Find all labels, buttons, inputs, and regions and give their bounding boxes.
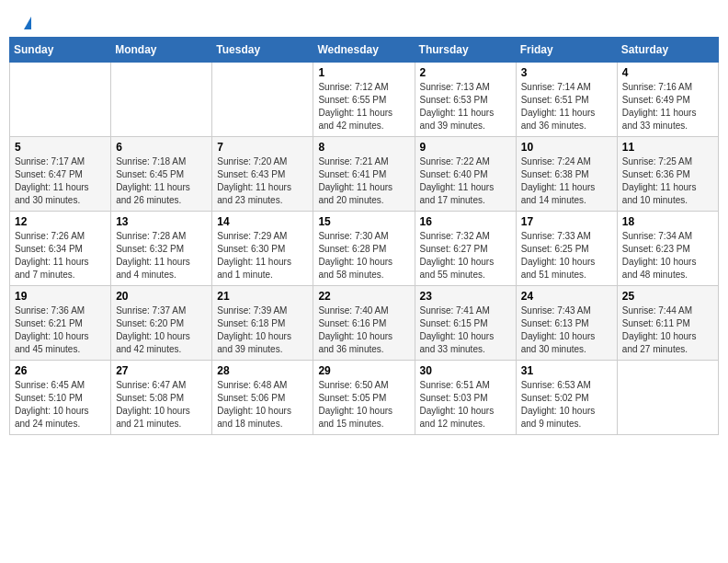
calendar-cell: 14Sunrise: 7:29 AM Sunset: 6:30 PM Dayli… [212,212,313,286]
calendar-cell: 19Sunrise: 7:36 AM Sunset: 6:21 PM Dayli… [10,286,111,361]
day-info: Sunrise: 7:44 AM Sunset: 6:11 PM Dayligh… [622,304,713,356]
day-number: 22 [318,290,409,303]
calendar-week-row: 26Sunrise: 6:45 AM Sunset: 5:10 PM Dayli… [10,361,719,435]
day-info: Sunrise: 7:37 AM Sunset: 6:20 PM Dayligh… [116,304,207,356]
day-number: 5 [15,141,106,154]
day-info: Sunrise: 7:25 AM Sunset: 6:36 PM Dayligh… [622,155,713,207]
calendar-week-row: 19Sunrise: 7:36 AM Sunset: 6:21 PM Dayli… [10,286,719,361]
day-number: 1 [318,66,409,79]
day-info: Sunrise: 7:12 AM Sunset: 6:55 PM Dayligh… [318,81,409,132]
calendar-week-row: 12Sunrise: 7:26 AM Sunset: 6:34 PM Dayli… [10,212,719,286]
calendar-cell: 8Sunrise: 7:21 AM Sunset: 6:41 PM Daylig… [313,137,415,212]
calendar-cell: 30Sunrise: 6:51 AM Sunset: 5:03 PM Dayli… [415,361,516,435]
calendar-cell [617,361,718,435]
day-number: 8 [318,141,409,154]
day-number: 15 [318,215,409,228]
day-number: 6 [116,141,207,154]
day-info: Sunrise: 7:24 AM Sunset: 6:38 PM Dayligh… [521,155,612,207]
day-number: 2 [420,66,511,79]
calendar-cell: 6Sunrise: 7:18 AM Sunset: 6:45 PM Daylig… [111,137,212,212]
logo [20,17,31,29]
day-number: 7 [217,141,308,154]
day-info: Sunrise: 7:33 AM Sunset: 6:25 PM Dayligh… [521,230,612,282]
calendar-cell: 5Sunrise: 7:17 AM Sunset: 6:47 PM Daylig… [10,137,111,212]
day-info: Sunrise: 7:16 AM Sunset: 6:49 PM Dayligh… [622,81,713,132]
calendar-cell: 12Sunrise: 7:26 AM Sunset: 6:34 PM Dayli… [10,212,111,286]
calendar-cell: 28Sunrise: 6:48 AM Sunset: 5:06 PM Dayli… [212,361,313,435]
day-info: Sunrise: 6:51 AM Sunset: 5:03 PM Dayligh… [420,379,511,431]
calendar-cell: 24Sunrise: 7:43 AM Sunset: 6:13 PM Dayli… [516,286,617,361]
calendar-cell: 29Sunrise: 6:50 AM Sunset: 5:05 PM Dayli… [313,361,415,435]
day-info: Sunrise: 7:17 AM Sunset: 6:47 PM Dayligh… [15,155,106,207]
day-header-sunday: Sunday [10,38,111,63]
calendar-cell: 4Sunrise: 7:16 AM Sunset: 6:49 PM Daylig… [617,63,718,137]
day-info: Sunrise: 6:48 AM Sunset: 5:06 PM Dayligh… [217,379,308,431]
day-number: 18 [622,215,713,228]
day-number: 17 [521,215,612,228]
calendar-table: SundayMondayTuesdayWednesdayThursdayFrid… [9,37,719,435]
day-info: Sunrise: 6:47 AM Sunset: 5:08 PM Dayligh… [116,379,207,431]
day-info: Sunrise: 7:30 AM Sunset: 6:28 PM Dayligh… [318,230,409,282]
day-info: Sunrise: 6:45 AM Sunset: 5:10 PM Dayligh… [15,379,106,431]
day-number: 19 [15,290,106,303]
calendar-cell: 7Sunrise: 7:20 AM Sunset: 6:43 PM Daylig… [212,137,313,212]
day-info: Sunrise: 7:40 AM Sunset: 6:16 PM Dayligh… [318,304,409,356]
day-header-wednesday: Wednesday [313,38,415,63]
calendar-cell: 16Sunrise: 7:32 AM Sunset: 6:27 PM Dayli… [415,212,516,286]
calendar-cell: 22Sunrise: 7:40 AM Sunset: 6:16 PM Dayli… [313,286,415,361]
day-info: Sunrise: 7:14 AM Sunset: 6:51 PM Dayligh… [521,81,612,132]
day-info: Sunrise: 7:41 AM Sunset: 6:15 PM Dayligh… [420,304,511,356]
calendar-cell: 20Sunrise: 7:37 AM Sunset: 6:20 PM Dayli… [111,286,212,361]
calendar-cell: 26Sunrise: 6:45 AM Sunset: 5:10 PM Dayli… [10,361,111,435]
day-number: 12 [15,215,106,228]
day-info: Sunrise: 7:36 AM Sunset: 6:21 PM Dayligh… [15,304,106,356]
day-info: Sunrise: 7:39 AM Sunset: 6:18 PM Dayligh… [217,304,308,356]
day-number: 21 [217,290,308,303]
day-number: 11 [622,141,713,154]
calendar-cell: 3Sunrise: 7:14 AM Sunset: 6:51 PM Daylig… [516,63,617,137]
calendar-cell: 13Sunrise: 7:28 AM Sunset: 6:32 PM Dayli… [111,212,212,286]
day-info: Sunrise: 7:34 AM Sunset: 6:23 PM Dayligh… [622,230,713,282]
day-number: 25 [622,290,713,303]
day-info: Sunrise: 7:28 AM Sunset: 6:32 PM Dayligh… [116,230,207,282]
day-info: Sunrise: 7:13 AM Sunset: 6:53 PM Dayligh… [420,81,511,132]
day-number: 27 [116,364,207,377]
logo-text [20,17,31,29]
day-header-thursday: Thursday [415,38,516,63]
calendar-cell [212,63,313,137]
calendar-cell: 2Sunrise: 7:13 AM Sunset: 6:53 PM Daylig… [415,63,516,137]
calendar-cell: 27Sunrise: 6:47 AM Sunset: 5:08 PM Dayli… [111,361,212,435]
day-info: Sunrise: 7:21 AM Sunset: 6:41 PM Dayligh… [318,155,409,207]
calendar-cell: 23Sunrise: 7:41 AM Sunset: 6:15 PM Dayli… [415,286,516,361]
day-number: 29 [318,364,409,377]
day-info: Sunrise: 6:50 AM Sunset: 5:05 PM Dayligh… [318,379,409,431]
calendar-cell: 1Sunrise: 7:12 AM Sunset: 6:55 PM Daylig… [313,63,415,137]
calendar-cell: 31Sunrise: 6:53 AM Sunset: 5:02 PM Dayli… [516,361,617,435]
calendar-cell: 18Sunrise: 7:34 AM Sunset: 6:23 PM Dayli… [617,212,718,286]
calendar-cell: 25Sunrise: 7:44 AM Sunset: 6:11 PM Dayli… [617,286,718,361]
day-number: 4 [622,66,713,79]
calendar-cell: 9Sunrise: 7:22 AM Sunset: 6:40 PM Daylig… [415,137,516,212]
calendar-cell: 15Sunrise: 7:30 AM Sunset: 6:28 PM Dayli… [313,212,415,286]
day-number: 23 [420,290,511,303]
day-number: 26 [15,364,106,377]
calendar-cell: 10Sunrise: 7:24 AM Sunset: 6:38 PM Dayli… [516,137,617,212]
day-info: Sunrise: 7:32 AM Sunset: 6:27 PM Dayligh… [420,230,511,282]
calendar-cell: 17Sunrise: 7:33 AM Sunset: 6:25 PM Dayli… [516,212,617,286]
calendar-week-row: 1Sunrise: 7:12 AM Sunset: 6:55 PM Daylig… [10,63,719,137]
day-number: 14 [217,215,308,228]
day-info: Sunrise: 7:18 AM Sunset: 6:45 PM Dayligh… [116,155,207,207]
calendar-cell: 11Sunrise: 7:25 AM Sunset: 6:36 PM Dayli… [617,137,718,212]
calendar-header-row: SundayMondayTuesdayWednesdayThursdayFrid… [10,38,719,63]
day-number: 24 [521,290,612,303]
day-number: 20 [116,290,207,303]
day-number: 10 [521,141,612,154]
logo-icon [24,17,31,29]
day-header-saturday: Saturday [617,38,718,63]
calendar-week-row: 5Sunrise: 7:17 AM Sunset: 6:47 PM Daylig… [10,137,719,212]
day-number: 30 [420,364,511,377]
day-info: Sunrise: 7:22 AM Sunset: 6:40 PM Dayligh… [420,155,511,207]
day-number: 16 [420,215,511,228]
day-header-tuesday: Tuesday [212,38,313,63]
day-header-friday: Friday [516,38,617,63]
